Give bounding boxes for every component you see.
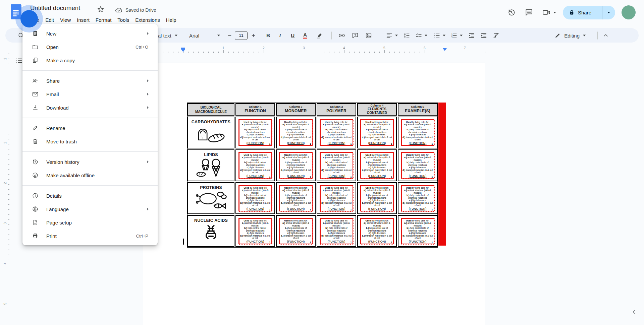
card-item: c.) fight diseases — [280, 199, 312, 202]
menu-help[interactable]: Help — [163, 15, 179, 24]
card-item: a.) animal structure (skin & muscle) — [402, 123, 433, 128]
version-history-icon[interactable] — [507, 8, 516, 17]
right-indent-marker[interactable] — [443, 48, 447, 51]
file-menu-item-email[interactable]: Email — [22, 87, 158, 101]
column-name-label: MONOMER — [285, 109, 307, 113]
table-cell[interactable]: Used by living cells for:a.) animal stru… — [317, 215, 356, 247]
menu-tools[interactable]: Tools — [114, 15, 132, 24]
table-cell[interactable]: Used by living cells for:a.) animal stru… — [235, 149, 275, 181]
toolbar-divider — [183, 31, 183, 39]
card-item: c.) fight diseases — [402, 199, 433, 202]
menu-format[interactable]: Format — [93, 15, 115, 24]
function-card: Used by living cells for:a.) animal stru… — [320, 185, 354, 212]
file-menu-item-details[interactable]: Details — [22, 189, 158, 202]
insert-link-button[interactable] — [338, 32, 345, 39]
numbered-list-dropdown[interactable]: 1 2 3 — [450, 32, 463, 39]
bread-icon — [195, 125, 227, 145]
align-dropdown[interactable] — [386, 32, 398, 39]
file-menu-item-rename[interactable]: Rename — [22, 121, 158, 135]
card-item: c.) fight diseases — [362, 133, 393, 136]
function-card: Used by living cells for:a.) animal stru… — [279, 152, 313, 179]
document-outline-icon[interactable] — [15, 57, 23, 64]
menu-item-label: New — [46, 31, 56, 37]
menu-insert[interactable]: Insert — [74, 15, 93, 24]
table-cell[interactable]: Used by living cells for:a.) animal stru… — [317, 149, 356, 181]
vertical-ruler[interactable]: 112345 — [2, 54, 9, 325]
table-cell[interactable]: Used by living cells for:a.) animal stru… — [235, 182, 275, 214]
file-menu-item-version-history[interactable]: Version history — [22, 155, 158, 169]
file-menu-item-make-a-copy[interactable]: Make a copy — [22, 54, 158, 67]
table-corner-header: BIOLOGICALMACROMOLECULE — [187, 103, 234, 116]
clear-formatting-button[interactable] — [492, 32, 500, 39]
table-cell[interactable]: Used by living cells for:a.) animal stru… — [398, 182, 437, 214]
table-cell[interactable]: Used by living cells for:a.) animal stru… — [235, 117, 275, 148]
macromolecule-table[interactable]: BIOLOGICALMACROMOLECULEColumn 1FUNCTIONC… — [187, 103, 438, 248]
comments-icon[interactable] — [525, 8, 533, 17]
share-dropdown-button[interactable] — [602, 12, 615, 13]
card-item: d.) transport materials in & out of cell — [402, 136, 433, 141]
file-menu-item-new[interactable]: New — [22, 27, 158, 40]
left-indent-marker[interactable] — [181, 49, 185, 52]
file-menu-item-share[interactable]: Share — [22, 74, 158, 87]
text-color-button[interactable]: A — [303, 32, 307, 39]
card-item: d.) transport materials in & out of cell — [402, 169, 433, 174]
table-cell[interactable]: Used by living cells for:a.) animal stru… — [398, 117, 437, 148]
table-cell[interactable]: Used by living cells for:a.) animal stru… — [276, 117, 316, 148]
hide-menus-button[interactable] — [602, 32, 609, 39]
table-cell[interactable]: Used by living cells for:a.) animal stru… — [357, 149, 397, 181]
decrease-font-size-button[interactable]: − — [228, 32, 231, 39]
checklist-dropdown[interactable] — [415, 32, 427, 39]
insert-image-button[interactable] — [365, 32, 372, 39]
add-comment-button[interactable] — [352, 32, 359, 39]
italic-button[interactable]: I — [279, 32, 281, 39]
bold-button[interactable]: B — [266, 32, 270, 39]
file-menu-item-open[interactable]: OpenCtrl+O — [22, 40, 158, 54]
file-menu-item-page-setup[interactable]: Page setup — [22, 216, 158, 229]
table-cell[interactable]: Used by living cells for:a.) animal stru… — [398, 149, 437, 181]
increase-indent-button[interactable] — [480, 32, 487, 39]
history-icon — [32, 158, 39, 165]
first-line-indent-marker[interactable] — [181, 48, 185, 49]
star-icon[interactable] — [97, 5, 105, 13]
table-cell[interactable]: Used by living cells for:a.) animal stru… — [317, 117, 356, 148]
font-size-field[interactable]: 11 — [235, 31, 248, 40]
increase-font-size-button[interactable]: + — [252, 32, 255, 39]
table-cell[interactable]: Used by living cells for:a.) animal stru… — [317, 182, 356, 214]
file-menu-item-download[interactable]: Download — [22, 101, 158, 114]
account-avatar[interactable] — [622, 5, 636, 19]
show-side-panel-icon[interactable] — [631, 308, 638, 316]
font-dropdown[interactable]: Arial — [189, 32, 220, 38]
card-number: 1 — [351, 176, 352, 178]
highlight-color-button[interactable] — [316, 32, 323, 39]
file-menu-item-make-available-offline[interactable]: Make available offline — [22, 169, 158, 182]
table-cell[interactable]: Used by living cells for:a.) animal stru… — [357, 182, 397, 214]
file-menu-item-print[interactable]: PrintCtrl+P — [22, 229, 158, 243]
bulleted-list-dropdown[interactable] — [433, 32, 445, 39]
share-button[interactable]: Share — [563, 9, 602, 16]
line-spacing-button[interactable] — [403, 32, 410, 39]
table-cell[interactable]: Used by living cells for:a.) animal stru… — [235, 215, 275, 247]
file-menu-item-language[interactable]: Language — [22, 202, 158, 216]
table-cell[interactable]: Used by living cells for:a.) animal stru… — [276, 149, 316, 181]
underline-button[interactable]: U — [291, 32, 294, 39]
table-cell[interactable]: Used by living cells for:a.) animal stru… — [398, 215, 437, 247]
menu-edit[interactable]: Edit — [42, 15, 57, 24]
decrease-indent-button[interactable] — [468, 32, 475, 39]
table-cell[interactable]: Used by living cells for:a.) animal stru… — [357, 215, 397, 247]
table-cell[interactable]: Used by living cells for:a.) animal stru… — [276, 182, 316, 214]
file-menu-item-move-to-trash[interactable]: Move to trash — [22, 135, 158, 148]
editing-mode-dropdown[interactable]: Editing — [554, 32, 586, 39]
card-intro: Used by living cells for: — [321, 121, 352, 124]
saved-status[interactable]: Saved to Drive — [115, 6, 156, 14]
menu-view[interactable]: View — [57, 15, 74, 24]
table-row-header-carbohydrates: CARBOHYDRATES — [187, 117, 234, 148]
card-answer-label: (FUNCTION) — [240, 174, 271, 178]
menu-extensions[interactable]: Extensions — [132, 15, 163, 24]
text-cursor — [183, 239, 184, 245]
table-cell[interactable]: Used by living cells for:a.) animal stru… — [357, 117, 397, 148]
video-call-control[interactable] — [542, 8, 556, 17]
card-item: b.) help control rate of chemical reacti… — [362, 161, 393, 166]
horizontal-ruler[interactable]: 1234567 — [143, 46, 485, 53]
table-cell[interactable]: Used by living cells for:a.) animal stru… — [276, 215, 316, 247]
card-item: d.) transport materials in & out of cell — [321, 136, 352, 141]
